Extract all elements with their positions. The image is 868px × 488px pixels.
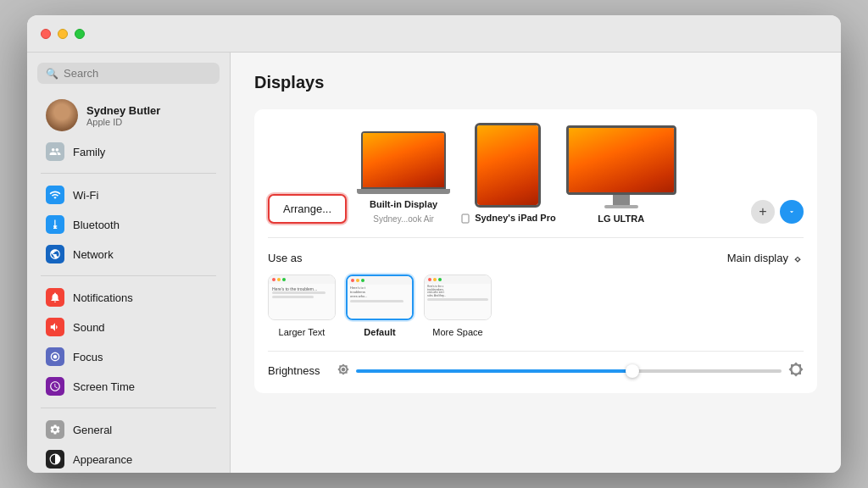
sidebar-label-family: Family (73, 146, 105, 158)
monitor-screen (566, 125, 676, 195)
close-button[interactable] (41, 29, 51, 39)
sidebar-label-notifications: Notifications (73, 291, 133, 304)
svg-rect-1 (462, 214, 469, 223)
option-preview-larger-text: Here's to the troublem... (268, 274, 336, 320)
option-preview-default: Here's to ttroublemaones who... (346, 274, 414, 320)
bluetooth-icon: ⭳ (46, 215, 64, 234)
display-card-lg[interactable]: LG ULTRA (566, 125, 676, 224)
use-as-value-text: Main display (727, 252, 788, 264)
sidebar-label-network: Network (73, 248, 114, 261)
sound-icon (46, 318, 64, 336)
display-card-ipad[interactable]: Sydney's iPad Pro (460, 123, 556, 224)
sidebar-label-wifi: Wi-Fi (73, 189, 98, 202)
sidebar-label-appearance: Appearance (73, 453, 132, 466)
maximize-button[interactable] (75, 29, 85, 39)
displays-row: Arrange... Built-in Display Sydney...ook… (268, 123, 804, 238)
laptop-base (357, 189, 450, 194)
wifi-icon (46, 186, 64, 204)
arrange-wrapper: Arrange... (268, 194, 347, 224)
search-icon: 🔍 (46, 68, 58, 80)
main-content: Displays Arrange... (231, 53, 841, 473)
use-as-section: Use as Main display (268, 252, 804, 337)
sidebar-label-sound: Sound (73, 321, 105, 334)
search-input[interactable] (64, 67, 211, 80)
display-name-ipad: Sydney's iPad Pro (460, 213, 556, 224)
sidebar-item-focus[interactable]: Focus (32, 342, 225, 371)
brightness-label: Brightness (268, 364, 327, 377)
sidebar-item-screen-time[interactable]: Screen Time (32, 372, 225, 401)
chevron-down-button[interactable] (780, 200, 804, 224)
brightness-slider[interactable] (356, 369, 782, 373)
focus-icon (46, 347, 64, 366)
option-more-space[interactable]: Here's to the ctroublemakers.ones who se… (424, 274, 492, 337)
brightness-slider-thumb[interactable] (626, 364, 639, 378)
sidebar-divider-3 (41, 408, 216, 408)
use-as-value[interactable]: Main display (727, 252, 804, 264)
laptop-screen (361, 131, 446, 189)
sidebar-label-bluetooth: Bluetooth (73, 219, 120, 231)
sidebar-item-bluetooth[interactable]: ⭳ Bluetooth (32, 210, 225, 239)
brightness-slider-wrapper (337, 362, 804, 380)
sidebar-item-family[interactable]: Family (32, 137, 225, 166)
option-default[interactable]: Here's to ttroublemaones who... Default (346, 274, 414, 337)
display-options: Here's to the troublem... Larger Text (268, 274, 804, 337)
minimize-button[interactable] (58, 29, 68, 39)
sidebar: 🔍 Sydney Butler Apple ID (27, 53, 231, 473)
tablet-screen (475, 123, 541, 208)
use-as-label: Use as (268, 252, 302, 264)
display-card-builtin[interactable]: Built-in Display Sydney...ook Air (357, 131, 450, 224)
display-name-lg: LG ULTRA (598, 214, 644, 224)
avatar (46, 99, 78, 131)
window-content: 🔍 Sydney Butler Apple ID (27, 53, 841, 473)
sidebar-item-network[interactable]: Network (32, 240, 225, 269)
sidebar-label-focus: Focus (73, 351, 103, 363)
sidebar-label-general: General (73, 424, 112, 436)
sidebar-label-screen-time: Screen Time (73, 380, 135, 393)
appearance-icon (46, 450, 64, 469)
sidebar-item-sound[interactable]: Sound (32, 313, 225, 341)
general-icon (46, 420, 64, 439)
user-subtitle: Apple ID (86, 117, 160, 127)
user-profile-item[interactable]: Sydney Butler Apple ID (32, 94, 225, 136)
sidebar-item-wifi[interactable]: Wi-Fi (32, 180, 225, 209)
sidebar-divider-2 (41, 275, 216, 276)
sidebar-item-notifications[interactable]: Notifications (32, 283, 225, 312)
screentime-icon (46, 377, 64, 396)
sidebar-item-appearance[interactable]: Appearance (32, 445, 225, 473)
option-label-more-space: More Space (432, 327, 482, 337)
displays-actions: + (751, 200, 804, 224)
monitor-stand (613, 195, 630, 205)
user-name: Sydney Butler (86, 104, 160, 117)
family-icon (46, 142, 64, 161)
title-bar (27, 15, 841, 53)
displays-section: Arrange... Built-in Display Sydney...ook… (254, 109, 817, 393)
display-name-builtin: Built-in Display (370, 199, 437, 209)
brightness-high-icon (788, 362, 804, 380)
system-preferences-window: 🔍 Sydney Butler Apple ID (27, 15, 841, 473)
add-display-button[interactable]: + (751, 200, 775, 224)
brightness-section: Brightness (268, 351, 804, 380)
user-info: Sydney Butler Apple ID (86, 104, 160, 127)
option-preview-more-space: Here's to the ctroublemakers.ones who se… (424, 274, 492, 320)
display-sub-builtin: Sydney...ook Air (373, 214, 434, 224)
arrange-button[interactable]: Arrange... (268, 194, 347, 224)
brightness-low-icon (337, 363, 349, 378)
option-label-default: Default (364, 327, 395, 337)
option-label-larger-text: Larger Text (279, 327, 326, 337)
sidebar-item-general[interactable]: General (32, 415, 225, 444)
search-box[interactable]: 🔍 (37, 63, 220, 84)
sidebar-divider-1 (41, 173, 216, 174)
section-header: Use as Main display (268, 252, 804, 264)
option-larger-text[interactable]: Here's to the troublem... Larger Text (268, 274, 336, 337)
notifications-icon (46, 288, 64, 307)
page-title: Displays (254, 73, 817, 92)
network-icon (46, 245, 64, 263)
avatar-image (46, 99, 78, 131)
